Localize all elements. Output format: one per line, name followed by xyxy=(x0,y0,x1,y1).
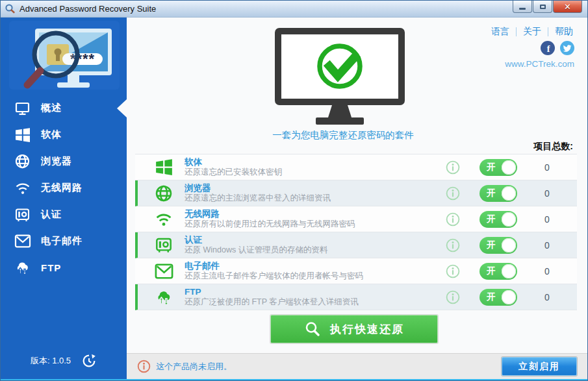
header-links: 语言 关于 帮助 xyxy=(491,26,573,38)
envelope-icon xyxy=(14,234,31,248)
logo-illustration: **** xyxy=(9,21,120,90)
window-title: Advanced Password Recovery Suite xyxy=(19,4,156,14)
feature-row-email: 电子邮件 还原主流电子邮件客户端软体的使用者帐号与密码 开 0 xyxy=(135,258,577,284)
toggle-switch[interactable]: 开 xyxy=(479,237,517,254)
toggle-label: 开 xyxy=(487,291,496,303)
toggle-label: 开 xyxy=(487,162,496,173)
total-items-label: 项目总数: xyxy=(533,141,573,153)
info-icon[interactable] xyxy=(446,186,460,201)
feature-row-credentials: 认证 还原 Windows 认证管理员的存储的资料 开 0 xyxy=(135,232,577,258)
item-count: 0 xyxy=(517,266,577,277)
feature-title: 无线网路 xyxy=(185,209,439,219)
language-link[interactable]: 语言 xyxy=(491,26,509,38)
item-count: 0 xyxy=(517,162,577,173)
sidebar-item-email[interactable]: 电子邮件 xyxy=(1,228,127,254)
main-panel: 语言 关于 帮助 f www.PCTrek.com xyxy=(127,18,587,379)
feature-desc: 还原遗忘的已安装软体密钥 xyxy=(185,167,439,177)
info-icon[interactable] xyxy=(446,264,460,278)
sidebar-item-label: 浏览器 xyxy=(41,155,72,167)
toggle-knob xyxy=(502,238,516,252)
feature-table: 软体 还原遗忘的已安装软体密钥 开 0 xyxy=(135,154,577,310)
feature-row-wireless: 无线网路 还原所有以前使用过的无线网路与无线网路密码 开 0 xyxy=(135,206,577,232)
globe-icon xyxy=(154,184,173,203)
feature-row-ftp: FTP 还原广泛被使用的 FTP 客户端软体登入详细资讯 开 0 xyxy=(135,284,577,310)
feature-desc: 还原所有以前使用过的无线网路与无线网路密码 xyxy=(185,219,439,229)
help-link[interactable]: 帮助 xyxy=(555,26,573,38)
monitor-check-illustration xyxy=(275,28,405,128)
feature-row-software: 软体 还原遗忘的已安装软体密钥 开 0 xyxy=(135,154,577,180)
toggle-switch[interactable]: 开 xyxy=(479,185,517,202)
quick-recover-button[interactable]: 执行快速还原 xyxy=(270,315,438,343)
footer-bar: 这个产品尚未启用。 立刻启用 xyxy=(127,353,587,379)
safe-icon xyxy=(154,236,173,254)
item-count: 0 xyxy=(517,292,577,302)
sidebar-item-overview[interactable]: 概述 xyxy=(1,95,127,121)
activation-notice: 这个产品尚未启用。 xyxy=(156,361,232,373)
monitor-icon xyxy=(14,101,31,116)
version-label: 版本: 1.0.5 xyxy=(31,355,71,367)
toggle-label: 开 xyxy=(487,214,496,225)
info-icon[interactable] xyxy=(446,290,460,304)
minimize-button[interactable] xyxy=(513,1,532,13)
toggle-knob xyxy=(502,212,516,227)
item-count: 0 xyxy=(517,214,577,225)
update-clock-icon[interactable] xyxy=(81,353,97,369)
quick-recover-label: 执行快速还原 xyxy=(330,322,404,337)
sidebar-item-label: 软体 xyxy=(41,129,62,141)
toggle-knob xyxy=(502,186,516,201)
feature-title: 软体 xyxy=(185,157,439,167)
sidebar: **** 概述 软体 xyxy=(1,18,127,379)
svg-text:f: f xyxy=(547,44,550,54)
facebook-icon[interactable]: f xyxy=(541,41,555,58)
sidebar-item-label: FTP xyxy=(41,262,61,273)
toggle-switch[interactable]: 开 xyxy=(479,159,517,176)
feature-desc: 还原主流电子邮件客户端软体的使用者帐号与密码 xyxy=(185,271,439,281)
sidebar-nav: 概述 软体 浏览器 无 xyxy=(1,95,127,347)
toggle-knob xyxy=(502,290,516,304)
windows-icon xyxy=(14,127,31,143)
hero-caption: 一套为您电脑完整还原密码的套件 xyxy=(210,129,476,141)
item-count: 0 xyxy=(517,240,577,251)
toggle-switch[interactable]: 开 xyxy=(479,289,517,306)
sidebar-item-label: 认证 xyxy=(41,208,62,221)
sidebar-item-browser[interactable]: 浏览器 xyxy=(1,148,127,175)
toggle-label: 开 xyxy=(487,240,496,251)
twitter-icon[interactable] xyxy=(560,41,574,58)
toggle-switch[interactable]: 开 xyxy=(479,263,517,280)
windows-icon xyxy=(154,158,173,176)
info-icon[interactable] xyxy=(446,212,460,227)
cloud-ftp-icon xyxy=(154,288,173,306)
globe-icon xyxy=(14,153,31,169)
toggle-label: 开 xyxy=(487,188,496,199)
toggle-knob xyxy=(502,160,516,175)
feature-title: 浏览器 xyxy=(185,183,439,193)
sidebar-item-software[interactable]: 软体 xyxy=(1,121,127,148)
feature-row-browser: 浏览器 还原遗忘的主流浏览器中登入的详细资讯 开 0 xyxy=(135,180,577,206)
close-button[interactable]: ✕ xyxy=(553,1,582,13)
maximize-button[interactable] xyxy=(533,1,552,13)
safe-icon xyxy=(14,207,31,223)
website-link[interactable]: www.PCTrek.com xyxy=(505,59,574,69)
activate-button[interactable]: 立刻启用 xyxy=(502,357,577,376)
app-window: Advanced Password Recovery Suite ✕ **** xyxy=(0,0,588,381)
app-magnifier-icon xyxy=(5,3,16,14)
divider xyxy=(548,27,548,36)
cloud-ftp-icon xyxy=(14,260,31,276)
feature-title: 认证 xyxy=(185,235,439,245)
wifi-icon xyxy=(154,212,173,227)
info-icon[interactable] xyxy=(446,160,460,175)
toggle-label: 开 xyxy=(487,265,496,277)
toggle-switch[interactable]: 开 xyxy=(479,211,517,228)
sidebar-item-ftp[interactable]: FTP xyxy=(1,254,127,281)
info-icon[interactable] xyxy=(446,238,460,252)
divider xyxy=(516,27,517,36)
about-link[interactable]: 关于 xyxy=(523,26,541,38)
wifi-icon xyxy=(14,181,31,195)
sidebar-item-credentials[interactable]: 认证 xyxy=(1,201,127,228)
feature-title: FTP xyxy=(185,287,439,297)
sidebar-item-label: 无线网路 xyxy=(41,182,83,194)
envelope-icon xyxy=(154,264,173,279)
sidebar-item-wireless[interactable]: 无线网路 xyxy=(1,175,127,201)
item-count: 0 xyxy=(517,188,577,199)
titlebar[interactable]: Advanced Password Recovery Suite ✕ xyxy=(1,1,587,18)
